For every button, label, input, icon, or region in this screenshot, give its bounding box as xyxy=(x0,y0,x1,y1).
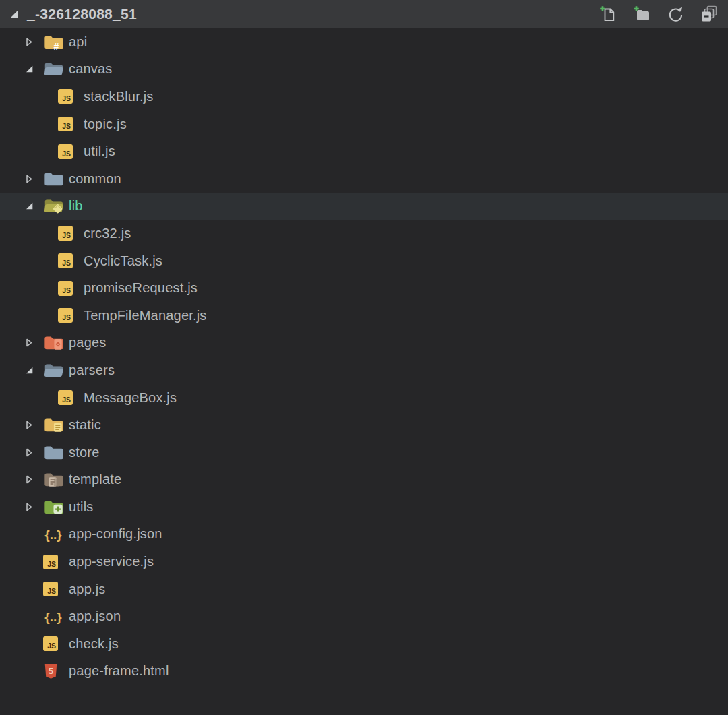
tree-item-app-config-json[interactable]: {..}app-config.json xyxy=(0,521,728,549)
js-file-icon: JS xyxy=(58,281,78,296)
tree-item-api[interactable]: #api xyxy=(0,28,728,56)
tree-item-label: check.js xyxy=(69,636,119,652)
svg-text:5: 5 xyxy=(49,666,54,676)
tree-item-label: app-service.js xyxy=(69,554,154,569)
svg-text:{..}: {..} xyxy=(44,528,62,542)
collapse-all-icon xyxy=(700,5,718,23)
tree-item-label: common xyxy=(69,171,121,187)
json-file-icon: {..} xyxy=(43,526,63,543)
tree-item-label: promiseRequest.js xyxy=(84,280,198,296)
tree-item-static[interactable]: static xyxy=(0,411,728,439)
refresh-button[interactable] xyxy=(666,5,685,24)
js-file-icon: JS xyxy=(58,253,78,268)
closed-folder-icon xyxy=(43,444,63,461)
header-toolbar xyxy=(584,5,719,24)
tree-item-app-service-js[interactable]: JSapp-service.js xyxy=(0,548,728,576)
svg-text:{..}: {..} xyxy=(44,610,62,624)
tree-item-label: MessageBox.js xyxy=(84,390,177,406)
tree-item-messagebox-js[interactable]: JSMessageBox.js xyxy=(0,384,728,412)
open-folder-icon xyxy=(43,61,63,77)
tree-item-lib[interactable]: lib xyxy=(0,193,728,220)
tree-item-tempfilemanager-js[interactable]: JSTempFileManager.js xyxy=(0,302,728,330)
json-file-icon: {..} xyxy=(43,608,63,625)
tree-item-canvas[interactable]: canvas xyxy=(0,56,728,84)
new-folder-button[interactable] xyxy=(632,5,651,24)
svg-text:JS: JS xyxy=(62,286,71,294)
tree-item-crc32-js[interactable]: JScrc32.js xyxy=(0,220,728,247)
svg-text:JS: JS xyxy=(47,587,56,595)
tree-item-utils[interactable]: utils xyxy=(0,493,728,521)
explorer-header: _-326128088_51 xyxy=(0,0,728,28)
tree-item-promiserequest-js[interactable]: JSpromiseRequest.js xyxy=(0,274,728,302)
template-folder-icon xyxy=(43,471,63,488)
tree-item-label: lib xyxy=(69,198,83,214)
tree-item-label: topic.js xyxy=(84,117,127,132)
tree-item-label: canvas xyxy=(69,61,113,77)
refresh-icon xyxy=(667,5,684,23)
svg-text:JS: JS xyxy=(62,313,71,321)
svg-text:JS: JS xyxy=(62,149,71,157)
svg-text:JS: JS xyxy=(62,259,71,267)
lib-folder-icon xyxy=(43,197,63,214)
tree-item-label: parsers xyxy=(69,363,115,378)
tree-item-parsers[interactable]: parsers xyxy=(0,356,728,384)
tree-item-store[interactable]: store xyxy=(0,439,728,466)
tree-item-app-js[interactable]: JSapp.js xyxy=(0,576,728,603)
tree-item-pages[interactable]: pages xyxy=(0,330,728,357)
tree-item-cyclictask-js[interactable]: JSCyclicTask.js xyxy=(0,247,728,275)
expanded-arrow-icon[interactable] xyxy=(20,366,38,375)
closed-folder-icon xyxy=(43,170,63,187)
tree-item-label: template xyxy=(69,472,121,487)
svg-text:JS: JS xyxy=(62,396,71,404)
tree-item-stackblur-js[interactable]: JSstackBlur.js xyxy=(0,83,728,111)
collapsed-arrow-icon[interactable] xyxy=(20,338,38,348)
project-disclosure-expanded-icon[interactable] xyxy=(9,9,21,19)
js-file-icon: JS xyxy=(58,144,78,159)
project-title: _-326128088_51 xyxy=(27,6,137,22)
expanded-arrow-icon[interactable] xyxy=(20,201,38,210)
tree-item-label: TempFileManager.js xyxy=(84,308,207,323)
tree-item-label: store xyxy=(69,445,99,460)
file-tree: #apicanvasJSstackBlur.jsJStopic.jsJSutil… xyxy=(0,28,728,685)
collapsed-arrow-icon[interactable] xyxy=(20,502,38,512)
js-file-icon: JS xyxy=(58,117,78,131)
svg-text:JS: JS xyxy=(47,642,56,650)
collapsed-arrow-icon[interactable] xyxy=(20,37,38,47)
collapse-all-button[interactable] xyxy=(700,5,719,24)
collapsed-arrow-icon[interactable] xyxy=(20,420,38,430)
svg-text:JS: JS xyxy=(62,94,71,102)
expanded-arrow-icon[interactable] xyxy=(20,65,38,73)
js-file-icon: JS xyxy=(43,555,63,569)
js-file-icon: JS xyxy=(58,390,78,405)
tree-item-label: stackBlur.js xyxy=(84,89,154,104)
collapsed-arrow-icon[interactable] xyxy=(20,174,38,184)
tree-item-label: util.js xyxy=(84,144,115,159)
tree-item-template[interactable]: template xyxy=(0,466,728,494)
pages-folder-icon xyxy=(43,334,63,351)
js-file-icon: JS xyxy=(58,308,78,323)
tree-item-label: api xyxy=(69,34,87,50)
tree-item-page-frame-html[interactable]: 5page-frame.html xyxy=(0,658,728,685)
collapsed-arrow-icon[interactable] xyxy=(20,447,38,458)
tree-item-label: pages xyxy=(69,335,107,350)
js-file-icon: JS xyxy=(58,89,78,104)
tree-item-util-js[interactable]: JSutil.js xyxy=(0,137,728,165)
new-file-button[interactable] xyxy=(599,5,617,24)
tree-item-label: CyclicTask.js xyxy=(84,253,162,269)
tree-item-common[interactable]: common xyxy=(0,165,728,193)
tree-item-label: app-config.json xyxy=(69,526,162,542)
collapsed-arrow-icon[interactable] xyxy=(20,474,38,485)
api-folder-icon: # xyxy=(43,34,63,51)
tree-item-label: app.js xyxy=(69,582,106,597)
tree-item-check-js[interactable]: JScheck.js xyxy=(0,630,728,658)
tree-item-label: app.json xyxy=(69,609,121,624)
new-file-icon xyxy=(599,5,617,23)
tree-item-topic-js[interactable]: JStopic.js xyxy=(0,111,728,138)
js-file-icon: JS xyxy=(58,226,78,241)
tree-item-label: crc32.js xyxy=(84,226,131,241)
utils-folder-icon xyxy=(43,499,63,516)
tree-item-label: page-frame.html xyxy=(69,663,169,679)
tree-item-label: utils xyxy=(69,499,94,515)
tree-item-app-json[interactable]: {..}app.json xyxy=(0,602,728,630)
file-explorer-panel: _-326128088_51 #apicanvasJSstackBlur.jsJ… xyxy=(0,0,728,715)
